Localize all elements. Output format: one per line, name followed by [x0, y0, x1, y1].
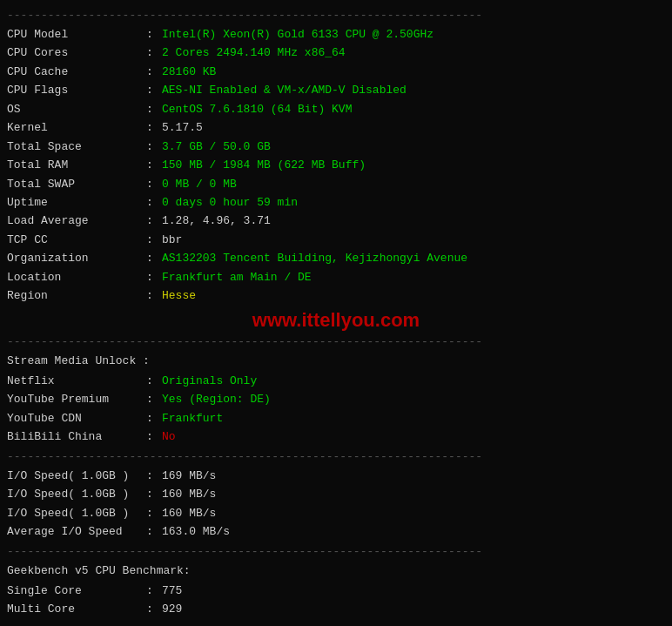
row-value: 5.17.5: [162, 118, 203, 137]
row-value: 169 MB/s: [162, 467, 216, 485]
row-value: bbr: [162, 231, 182, 249]
row-label: Total RAM: [7, 156, 146, 174]
stream-divider: ----------------------------------------…: [7, 335, 665, 348]
table-row: Region: Hesse: [7, 286, 665, 305]
row-value: Frankfurt am Main / DE: [162, 268, 312, 286]
table-row: YouTube CDN: Frankfurt: [7, 409, 665, 427]
row-value: Hesse: [162, 286, 196, 305]
row-value: Intel(R) Xeon(R) Gold 6133 CPU @ 2.50GHz: [162, 25, 433, 44]
row-colon: :: [146, 175, 158, 193]
row-label: Total SWAP: [7, 175, 146, 193]
geekbench-header: Geekbench v5 CPU Benchmark:: [7, 562, 665, 580]
row-label: TCP CC: [7, 231, 146, 249]
watermark: www.ittellyou.com: [7, 309, 665, 332]
table-row: BiliBili China: No: [7, 427, 665, 446]
table-row: CPU Flags: AES-NI Enabled & VM-x/AMD-V D…: [7, 81, 665, 99]
row-value: 929: [162, 600, 182, 618]
system-section: ----------------------------------------…: [7, 9, 665, 306]
table-row: TCP CC: bbr: [7, 231, 665, 249]
row-colon: :: [146, 44, 158, 62]
table-row: Location: Frankfurt am Main / DE: [7, 268, 665, 286]
row-colon: :: [146, 118, 158, 137]
row-colon: :: [146, 467, 158, 485]
io-section: ----------------------------------------…: [7, 450, 665, 542]
row-colon: :: [146, 231, 158, 249]
table-row: CPU Cores: 2 Cores 2494.140 MHz x86_64: [7, 44, 665, 62]
row-colon: :: [146, 582, 158, 600]
row-colon: :: [146, 212, 158, 230]
row-value: No: [162, 427, 176, 446]
row-colon: :: [146, 156, 158, 174]
row-label: Netflix: [7, 372, 146, 390]
table-row: I/O Speed( 1.0GB ): 169 MB/s: [7, 467, 665, 485]
row-value: 28160 KB: [162, 63, 216, 81]
row-colon: :: [146, 409, 158, 427]
table-row: YouTube Premium: Yes (Region: DE): [7, 390, 665, 408]
row-colon: :: [146, 390, 158, 408]
geekbench-rows: Single Core: 775 Multi Core: 929: [7, 582, 665, 619]
row-value: 1.28, 4.96, 3.71: [162, 212, 271, 230]
row-label: Average I/O Speed: [7, 522, 146, 541]
row-value: 0 days 0 hour 59 min: [162, 193, 298, 212]
row-label: I/O Speed( 1.0GB ): [7, 467, 146, 485]
row-value: AES-NI Enabled & VM-x/AMD-V Disabled: [162, 81, 407, 99]
row-value: 2 Cores 2494.140 MHz x86_64: [162, 44, 346, 62]
row-label: Uptime: [7, 193, 146, 212]
row-value: 160 MB/s: [162, 504, 216, 522]
row-label: YouTube Premium: [7, 390, 146, 408]
table-row: Single Core: 775: [7, 582, 665, 600]
row-value: 160 MB/s: [162, 485, 216, 503]
bottom-divider: ----------------------------------------…: [7, 623, 665, 626]
table-row: Total RAM: 150 MB / 1984 MB (622 MB Buff…: [7, 156, 665, 174]
row-label: Organization: [7, 249, 146, 267]
row-value: 163.0 MB/s: [162, 522, 230, 541]
row-colon: :: [146, 522, 158, 541]
row-value: CentOS 7.6.1810 (64 Bit) KVM: [162, 100, 352, 118]
row-label: Location: [7, 268, 146, 286]
row-value: AS132203 Tencent Building, Kejizhongyi A…: [162, 249, 467, 267]
row-colon: :: [146, 600, 158, 618]
row-colon: :: [146, 427, 158, 446]
row-label: BiliBili China: [7, 427, 146, 446]
row-value: 0 MB / 0 MB: [162, 175, 237, 193]
row-label: OS: [7, 100, 146, 118]
row-label: I/O Speed( 1.0GB ): [7, 485, 146, 503]
row-value: 775: [162, 582, 182, 600]
row-value: Originals Only: [162, 372, 257, 390]
row-colon: :: [146, 100, 158, 118]
table-row: I/O Speed( 1.0GB ): 160 MB/s: [7, 504, 665, 522]
row-label: I/O Speed( 1.0GB ): [7, 504, 146, 522]
top-divider: ----------------------------------------…: [7, 9, 665, 22]
row-label: CPU Cores: [7, 44, 146, 62]
geekbench-section: ----------------------------------------…: [7, 545, 665, 619]
row-colon: :: [146, 63, 158, 81]
row-label: CPU Flags: [7, 81, 146, 99]
table-row: CPU Cache: 28160 KB: [7, 63, 665, 81]
row-label: CPU Cache: [7, 63, 146, 81]
table-row: Uptime: 0 days 0 hour 59 min: [7, 193, 665, 212]
row-label: Total Space: [7, 138, 146, 156]
row-colon: :: [146, 286, 158, 305]
table-row: Kernel: 5.17.5: [7, 118, 665, 137]
row-label: CPU Model: [7, 25, 146, 44]
table-row: Total SWAP: 0 MB / 0 MB: [7, 175, 665, 193]
row-colon: :: [146, 193, 158, 212]
table-row: Netflix: Originals Only: [7, 372, 665, 390]
stream-header: Stream Media Unlock :: [7, 352, 665, 370]
table-row: Multi Core: 929: [7, 600, 665, 618]
row-colon: :: [146, 268, 158, 286]
stream-section: ----------------------------------------…: [7, 335, 665, 447]
table-row: OS: CentOS 7.6.1810 (64 Bit) KVM: [7, 100, 665, 118]
row-label: Load Average: [7, 212, 146, 230]
row-value: Yes (Region: DE): [162, 390, 271, 408]
io-divider: ----------------------------------------…: [7, 450, 665, 463]
stream-rows: Netflix: Originals OnlyYouTube Premium: …: [7, 372, 665, 447]
row-colon: :: [146, 504, 158, 522]
row-colon: :: [146, 485, 158, 503]
geekbench-divider: ----------------------------------------…: [7, 545, 665, 558]
table-row: CPU Model: Intel(R) Xeon(R) Gold 6133 CP…: [7, 25, 665, 44]
row-value: Frankfurt: [162, 409, 223, 427]
table-row: Organization: AS132203 Tencent Building,…: [7, 249, 665, 267]
row-colon: :: [146, 81, 158, 99]
row-value: 3.7 GB / 50.0 GB: [162, 138, 271, 156]
